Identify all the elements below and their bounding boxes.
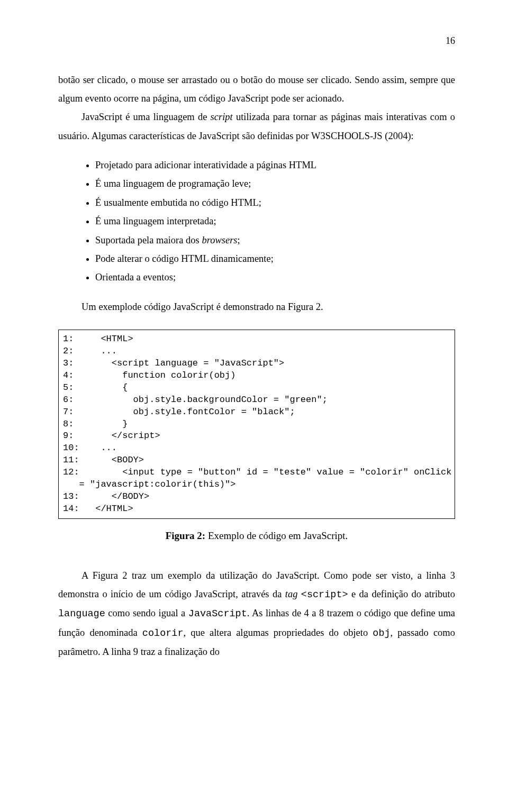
figure-2-caption: Figura 2: Exemplo de código em JavaScrip… (58, 526, 455, 545)
list-item: Suportada pela maiora dos browsers; (95, 232, 455, 249)
characteristics-list: Projetado para adicionar interatividade … (95, 157, 455, 286)
paragraph-1: botão ser clicado, o mouse ser arrastado… (58, 71, 455, 108)
paragraph-3: Um exemplode código JavaScript é demonst… (58, 298, 455, 316)
list-item: Projetado para adicionar interatividade … (95, 157, 455, 174)
figure-caption-text: Exemplo de código em JavaScript. (208, 530, 348, 541)
paragraph-2: JavaScript é uma linguagem de script uti… (58, 108, 455, 145)
paragraph-4: A Figura 2 traz um exemplo da utilização… (58, 567, 455, 661)
page-number: 16 (58, 32, 455, 50)
code-block-figure-2: 1: <HTML> 2: ... 3: <script language = "… (58, 330, 455, 519)
list-item: Orientada a eventos; (95, 269, 455, 286)
figure-label: Figura 2: (166, 530, 205, 541)
list-item: É uma linguagem de programação leve; (95, 176, 455, 192)
list-item: É uma linguagem interpretada; (95, 213, 455, 230)
list-item: É usualmente embutida no código HTML; (95, 195, 455, 211)
list-item: Pode alterar o código HTML dinamicamente… (95, 251, 455, 267)
